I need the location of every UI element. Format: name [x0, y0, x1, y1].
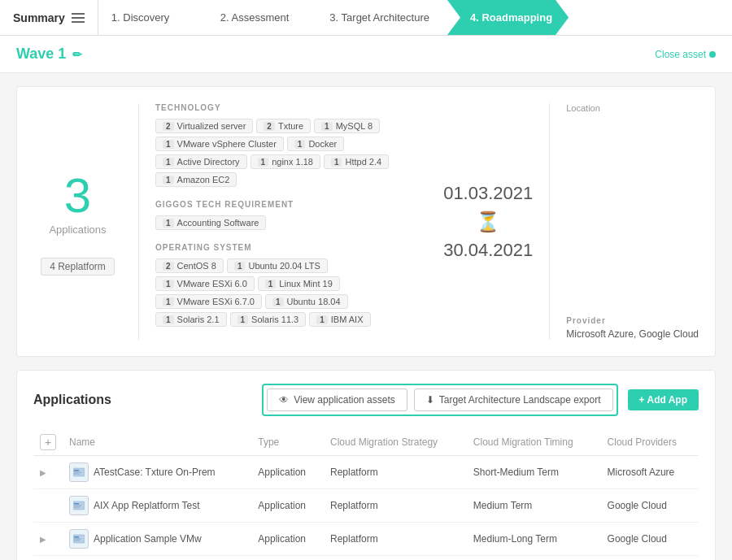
- summary-card: 3 Applications 4 Replatform TECHNOLOGY 2…: [16, 86, 716, 357]
- add-app-button[interactable]: + Add App: [628, 389, 699, 410]
- col-name: Name: [63, 429, 251, 456]
- wave-header: Wave 1 ✏ Close asset: [0, 36, 732, 73]
- nav-step-target[interactable]: 3. Target Architecture: [307, 0, 446, 35]
- technology-tags: 2Virtualized server2Txture1MySQL 81VMwar…: [155, 119, 411, 187]
- svg-rect-5: [74, 503, 79, 505]
- os-tags: 2CentOS 81Ubuntu 20.04 LTS1VMware ESXi 6…: [155, 258, 411, 327]
- app-icon: [69, 529, 89, 549]
- giggos-tags: 1Accounting Software: [155, 215, 411, 230]
- app-type-cell: Application: [251, 456, 324, 489]
- tech-tag: 1Ubuntu 20.04 LTS: [227, 258, 328, 273]
- technology-title: TECHNOLOGY: [155, 103, 411, 112]
- giggos-title: GIGGOS TECH REQUIREMENT: [155, 200, 411, 209]
- tech-tag: 1IBM AIX: [309, 312, 370, 327]
- app-strategy-cell: Replatform: [324, 456, 467, 489]
- tech-tag: 1Docker: [287, 137, 344, 151]
- col-type: Type: [251, 429, 324, 456]
- tech-tag: 2Virtualized server: [155, 119, 253, 133]
- app-name-cell: AIX App Replatform Test: [63, 489, 251, 523]
- nav-step-discovery[interactable]: 1. Discovery: [98, 0, 196, 35]
- app-timing-cell: Medium-Long Term: [467, 523, 601, 556]
- tech-tag: 1VMware ESXi 6.0: [155, 276, 255, 291]
- apps-table-body: ▶ATestCase: Txture On-PremApplicationRep…: [33, 456, 699, 556]
- table-row: ▶Application Sample VMwApplicationReplat…: [33, 523, 699, 556]
- tech-tag: 1Solaris 11.3: [230, 312, 307, 327]
- tech-tag: 1MySQL 8: [314, 119, 380, 133]
- app-timing-cell: Short-Medium Term: [467, 456, 601, 489]
- apps-header: Applications 👁 View application assets ⬇…: [33, 384, 699, 416]
- app-icon: [69, 462, 89, 482]
- edit-wave-icon[interactable]: ✏: [72, 48, 82, 61]
- app-icon: [69, 496, 89, 515]
- app-providers-cell: Google Cloud: [601, 489, 699, 523]
- menu-icon: [72, 13, 85, 23]
- add-column-button[interactable]: +: [40, 434, 56, 450]
- svg-rect-2: [74, 472, 81, 473]
- applications-label: Applications: [49, 224, 106, 236]
- tech-tag: 1VMware vSphere Cluster: [155, 137, 284, 151]
- download-icon: ⬇: [426, 394, 434, 406]
- col-strategy: Cloud Migration Strategy: [324, 429, 467, 456]
- col-timing: Cloud Migration Timing: [467, 429, 601, 456]
- tech-tag: 1Linux Mint 19: [258, 276, 340, 291]
- app-strategy-cell: Replatform: [324, 523, 467, 556]
- col-providers: Cloud Providers: [601, 429, 699, 456]
- location-label: Location: [566, 103, 699, 113]
- app-type-cell: Application: [251, 489, 324, 523]
- svg-rect-1: [74, 470, 79, 471]
- summary-tab[interactable]: Summary: [0, 0, 98, 35]
- eye-icon: 👁: [279, 394, 289, 406]
- close-asset-button[interactable]: Close asset: [655, 49, 716, 60]
- svg-rect-10: [74, 539, 81, 540]
- view-assets-button[interactable]: 👁 View application assets: [267, 389, 407, 411]
- tech-tag: 1Solaris 2.1: [155, 312, 227, 327]
- tech-tag: 1nginx 1.18: [251, 154, 320, 169]
- tech-tag: 2Txture: [256, 119, 311, 133]
- main-content: 3 Applications 4 Replatform TECHNOLOGY 2…: [0, 73, 732, 560]
- date-end: 30.04.2021: [443, 240, 533, 261]
- os-title: OPERATING SYSTEM: [155, 243, 411, 252]
- nav-step-roadmapping[interactable]: 4. Roadmapping: [447, 0, 569, 35]
- app-name-cell: Application Sample VMw: [63, 523, 251, 556]
- tech-tag: 2CentOS 8: [155, 258, 224, 273]
- tech-tag: 1Amazon EC2: [155, 172, 237, 187]
- export-button[interactable]: ⬇ Target Architecture Landscape export: [414, 389, 613, 411]
- apps-title: Applications: [33, 393, 111, 407]
- app-providers-cell: Microsoft Azure: [601, 456, 699, 489]
- date-arrow-icon: ⏳: [476, 211, 500, 233]
- summary-middle: TECHNOLOGY 2Virtualized server2Txture1My…: [139, 103, 427, 340]
- tech-tag: 1Httpd 2.4: [324, 154, 389, 169]
- table-row: ▶ATestCase: Txture On-PremApplicationRep…: [33, 456, 699, 489]
- provider-label: Provider: [566, 316, 699, 325]
- svg-rect-9: [74, 536, 79, 538]
- close-dot-icon: [709, 51, 716, 58]
- app-name-cell: ATestCase: Txture On-Prem: [63, 456, 251, 489]
- giggos-section: GIGGOS TECH REQUIREMENT 1Accounting Soft…: [155, 200, 411, 230]
- summary-left: 3 Applications 4 Replatform: [33, 103, 139, 340]
- table-header-row: + Name Type Cloud Migration Strategy Clo…: [33, 429, 699, 456]
- summary-right: Location Provider Microsoft Azure, Googl…: [550, 103, 699, 340]
- replatform-badge: 4 Replatform: [41, 258, 115, 276]
- os-section: OPERATING SYSTEM 2CentOS 81Ubuntu 20.04 …: [155, 243, 411, 327]
- summary-dates: 01.03.2021 ⏳ 30.04.2021: [427, 103, 550, 340]
- applications-table: + Name Type Cloud Migration Strategy Clo…: [33, 429, 699, 556]
- tech-tag: 1VMware ESXi 6.7.0: [155, 294, 262, 309]
- technology-section: TECHNOLOGY 2Virtualized server2Txture1My…: [155, 103, 411, 187]
- date-start: 01.03.2021: [443, 183, 533, 204]
- tech-tag: 1Active Directory: [155, 154, 247, 169]
- top-navigation: Summary 1. Discovery 2. Assessment 3. Ta…: [0, 0, 732, 36]
- applications-section: Applications 👁 View application assets ⬇…: [16, 370, 716, 560]
- row-expand-icon[interactable]: ▶: [40, 468, 46, 477]
- svg-rect-3: [74, 474, 80, 475]
- wave-title: Wave 1 ✏: [16, 46, 82, 63]
- svg-rect-11: [74, 540, 80, 541]
- svg-rect-7: [74, 507, 80, 508]
- row-expand-icon[interactable]: ▶: [40, 535, 46, 544]
- nav-step-assessment[interactable]: 2. Assessment: [198, 0, 306, 35]
- nav-steps: 1. Discovery 2. Assessment 3. Target Arc…: [98, 0, 732, 35]
- provider-value: Microsoft Azure, Google Cloud: [566, 328, 699, 340]
- table-row: AIX App Replatform TestApplicationReplat…: [33, 489, 699, 523]
- apps-actions-group: 👁 View application assets ⬇ Target Archi…: [262, 384, 617, 416]
- app-strategy-cell: Replatform: [324, 489, 467, 523]
- tech-tag: 1Accounting Software: [155, 215, 266, 230]
